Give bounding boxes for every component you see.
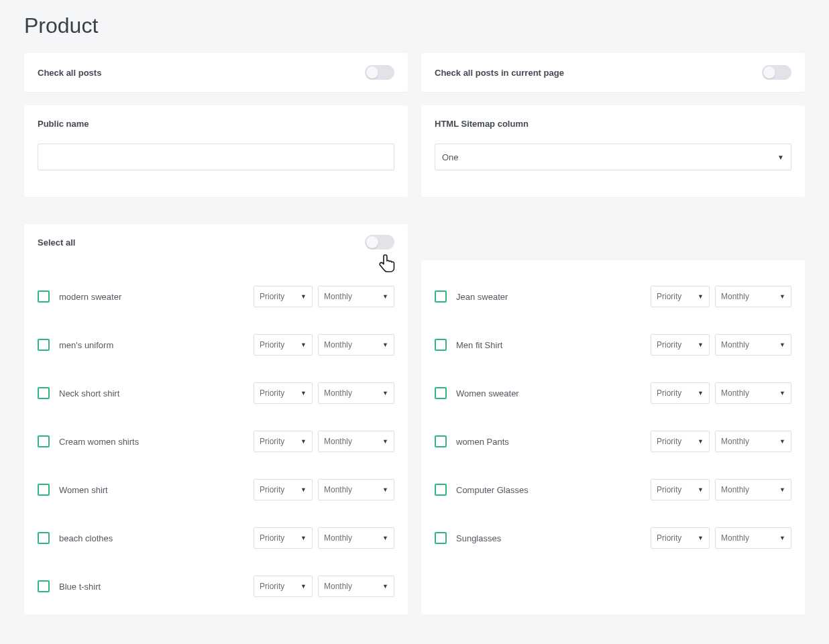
frequency-select-label: Monthly (721, 485, 749, 494)
product-row: Women shirtPriority▼Monthly▼ (38, 466, 394, 514)
product-row: Blue t-shirtPriority▼Monthly▼ (38, 562, 394, 610)
priority-select-label: Priority (657, 292, 681, 301)
frequency-select[interactable]: Monthly▼ (318, 431, 394, 452)
product-checkbox[interactable] (435, 290, 447, 303)
frequency-select-label: Monthly (721, 388, 749, 398)
priority-select-label: Priority (260, 388, 284, 398)
chevron-down-icon: ▼ (382, 583, 388, 590)
product-checkbox[interactable] (435, 339, 447, 351)
select-all-toggle[interactable] (365, 235, 394, 250)
frequency-select-label: Monthly (324, 533, 352, 543)
priority-select[interactable]: Priority▼ (254, 527, 313, 549)
product-row: beach clothesPriority▼Monthly▼ (38, 514, 394, 562)
chevron-down-icon: ▼ (698, 438, 704, 445)
product-checkbox[interactable] (435, 387, 447, 399)
priority-select[interactable]: Priority▼ (651, 479, 710, 500)
product-checkbox[interactable] (38, 339, 50, 351)
priority-select[interactable]: Priority▼ (254, 576, 313, 597)
product-label: Computer Glasses (456, 485, 529, 495)
frequency-select-label: Monthly (721, 533, 749, 543)
chevron-down-icon: ▼ (300, 438, 307, 445)
sitemap-column-select[interactable]: One ▼ (435, 144, 791, 170)
frequency-select[interactable]: Monthly▼ (715, 527, 791, 549)
product-checkbox[interactable] (435, 435, 447, 447)
items-left-column: modern sweaterPriority▼Monthly▼men's uni… (24, 260, 408, 614)
product-checkbox[interactable] (38, 532, 50, 544)
priority-select-label: Priority (657, 485, 681, 494)
product-checkbox[interactable] (38, 484, 50, 496)
frequency-select-label: Monthly (324, 388, 352, 398)
frequency-select[interactable]: Monthly▼ (715, 382, 791, 404)
public-name-card: Public name (24, 105, 408, 197)
product-label: Jean sweater (456, 292, 508, 302)
product-row: men's uniformPriority▼Monthly▼ (38, 321, 394, 369)
frequency-select[interactable]: Monthly▼ (318, 334, 394, 356)
priority-select[interactable]: Priority▼ (254, 334, 313, 356)
chevron-down-icon: ▼ (382, 438, 388, 445)
public-name-input[interactable] (38, 144, 394, 170)
frequency-select-label: Monthly (324, 437, 352, 446)
product-checkbox[interactable] (435, 532, 447, 544)
priority-select[interactable]: Priority▼ (651, 382, 710, 404)
product-row: modern sweaterPriority▼Monthly▼ (38, 272, 394, 321)
priority-select[interactable]: Priority▼ (651, 527, 710, 549)
public-name-label: Public name (38, 119, 394, 129)
product-checkbox[interactable] (38, 387, 50, 399)
priority-select-label: Priority (260, 292, 284, 301)
priority-select-label: Priority (260, 485, 284, 494)
frequency-select[interactable]: Monthly▼ (318, 527, 394, 549)
product-checkbox[interactable] (435, 484, 447, 496)
frequency-select[interactable]: Monthly▼ (318, 576, 394, 597)
priority-select-label: Priority (657, 437, 681, 446)
chevron-down-icon: ▼ (698, 293, 704, 300)
frequency-select[interactable]: Monthly▼ (715, 286, 791, 307)
check-all-posts-current-label: Check all posts in current page (435, 68, 564, 78)
sitemap-column-value: One (442, 152, 459, 162)
chevron-down-icon: ▼ (698, 341, 704, 348)
priority-select-label: Priority (657, 533, 681, 543)
frequency-select-label: Monthly (324, 582, 352, 591)
chevron-down-icon: ▼ (779, 438, 785, 445)
sitemap-column-label: HTML Sitemap column (435, 119, 791, 129)
chevron-down-icon: ▼ (382, 341, 388, 348)
product-label: modern sweater (59, 292, 121, 302)
product-checkbox[interactable] (38, 435, 50, 447)
sitemap-column-card: HTML Sitemap column One ▼ (421, 105, 805, 197)
frequency-select[interactable]: Monthly▼ (715, 479, 791, 500)
chevron-down-icon: ▼ (779, 341, 785, 348)
frequency-select[interactable]: Monthly▼ (715, 431, 791, 452)
priority-select[interactable]: Priority▼ (254, 382, 313, 404)
frequency-select[interactable]: Monthly▼ (318, 382, 394, 404)
chevron-down-icon: ▼ (698, 535, 704, 541)
chevron-down-icon: ▼ (382, 390, 388, 396)
chevron-down-icon: ▼ (300, 341, 307, 348)
product-row: Jean sweaterPriority▼Monthly▼ (435, 272, 791, 321)
priority-select-label: Priority (657, 340, 681, 350)
chevron-down-icon: ▼ (300, 583, 307, 590)
product-row: Men fit ShirtPriority▼Monthly▼ (435, 321, 791, 369)
priority-select[interactable]: Priority▼ (254, 479, 313, 500)
chevron-down-icon: ▼ (382, 293, 388, 300)
product-checkbox[interactable] (38, 580, 50, 592)
priority-select[interactable]: Priority▼ (254, 286, 313, 307)
priority-select[interactable]: Priority▼ (651, 334, 710, 356)
check-all-posts-label: Check all posts (38, 68, 101, 78)
product-label: Men fit Shirt (456, 340, 502, 350)
product-row: Neck short shirtPriority▼Monthly▼ (38, 369, 394, 417)
frequency-select[interactable]: Monthly▼ (715, 334, 791, 356)
chevron-down-icon: ▼ (300, 390, 307, 396)
frequency-select[interactable]: Monthly▼ (318, 286, 394, 307)
check-all-posts-toggle[interactable] (365, 65, 394, 80)
product-label: women Pants (456, 437, 509, 447)
product-row: Cream women shirtsPriority▼Monthly▼ (38, 417, 394, 466)
chevron-down-icon: ▼ (300, 535, 307, 541)
priority-select[interactable]: Priority▼ (651, 286, 710, 307)
frequency-select[interactable]: Monthly▼ (318, 479, 394, 500)
product-row: Women sweaterPriority▼Monthly▼ (435, 369, 791, 417)
check-all-posts-current-toggle[interactable] (762, 65, 791, 80)
frequency-select-label: Monthly (324, 292, 352, 301)
product-label: Blue t-shirt (59, 582, 101, 592)
priority-select[interactable]: Priority▼ (651, 431, 710, 452)
priority-select[interactable]: Priority▼ (254, 431, 313, 452)
product-checkbox[interactable] (38, 290, 50, 303)
